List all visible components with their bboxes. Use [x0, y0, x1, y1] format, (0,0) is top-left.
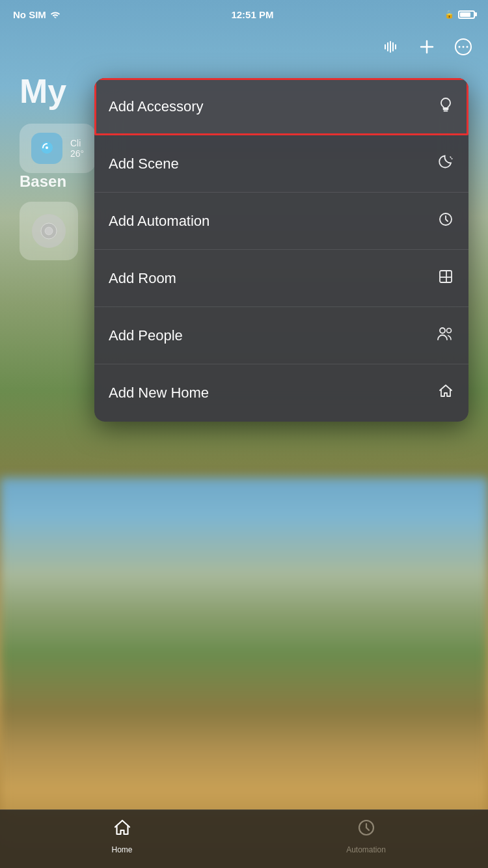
add-button[interactable] — [415, 35, 439, 59]
svg-rect-1 — [387, 42, 388, 51]
add-accessory-label: Add Accessory — [109, 98, 204, 115]
home-tab-label: Home — [111, 845, 132, 854]
clock-circle-icon — [437, 211, 454, 232]
svg-rect-13 — [440, 271, 452, 282]
add-automation-label: Add Automation — [109, 213, 210, 230]
svg-point-6 — [459, 46, 461, 48]
action-bar — [0, 29, 488, 65]
dropdown-menu: Add Accessory Add Scene Add Automation — [94, 78, 468, 422]
menu-item-add-new-home[interactable]: Add New Home — [94, 364, 468, 422]
menu-item-add-accessory[interactable]: Add Accessory — [94, 78, 468, 135]
svg-rect-0 — [385, 44, 386, 49]
add-scene-label: Add Scene — [109, 156, 179, 172]
automation-tab-label: Automation — [346, 845, 386, 854]
moon-icon — [437, 154, 454, 174]
device-temp: 26° — [70, 148, 84, 159]
status-time: 12:51 PM — [231, 9, 273, 20]
svg-point-9 — [46, 146, 48, 149]
basement-device[interactable] — [20, 202, 78, 260]
svg-rect-2 — [390, 41, 391, 53]
basement-label: Basen — [20, 172, 66, 191]
siri-button[interactable] — [379, 35, 402, 59]
carrier-label: No SIM — [13, 9, 46, 20]
tab-bar: Home Automation — [0, 809, 488, 868]
svg-point-7 — [463, 46, 465, 48]
room-icon — [437, 268, 454, 289]
home-title: My — [20, 72, 66, 111]
status-bar: No SIM 12:51 PM 🔒 — [0, 0, 488, 29]
home-tab-icon — [112, 817, 133, 843]
menu-item-add-automation[interactable]: Add Automation — [94, 193, 468, 250]
device-info: Cli 26° — [70, 138, 84, 159]
house-icon — [437, 383, 454, 403]
bulb-icon — [437, 96, 454, 117]
svg-rect-3 — [392, 42, 394, 51]
menu-item-add-scene[interactable]: Add Scene — [94, 135, 468, 193]
svg-point-11 — [45, 227, 53, 235]
tab-home[interactable]: Home — [0, 817, 244, 854]
basement-device-icon — [32, 214, 66, 248]
add-new-home-label: Add New Home — [109, 385, 209, 401]
automation-tab-icon — [356, 817, 377, 843]
add-room-label: Add Room — [109, 270, 176, 287]
people-icon — [436, 325, 454, 346]
battery-icon — [458, 10, 475, 19]
device-icon — [31, 133, 62, 164]
svg-point-14 — [440, 328, 445, 333]
svg-rect-4 — [395, 44, 396, 49]
status-left: No SIM — [13, 9, 61, 20]
menu-item-add-people[interactable]: Add People — [94, 307, 468, 364]
more-button[interactable] — [452, 35, 475, 59]
lock-icon: 🔒 — [444, 10, 454, 19]
add-people-label: Add People — [109, 327, 183, 344]
svg-point-8 — [467, 46, 468, 48]
device-name: Cli — [70, 138, 84, 148]
svg-point-15 — [447, 328, 452, 332]
device-card[interactable]: Cli 26° — [20, 124, 96, 173]
tab-automation[interactable]: Automation — [244, 817, 488, 854]
status-right: 🔒 — [444, 10, 475, 19]
menu-item-add-room[interactable]: Add Room — [94, 250, 468, 307]
wifi-icon — [50, 9, 61, 20]
